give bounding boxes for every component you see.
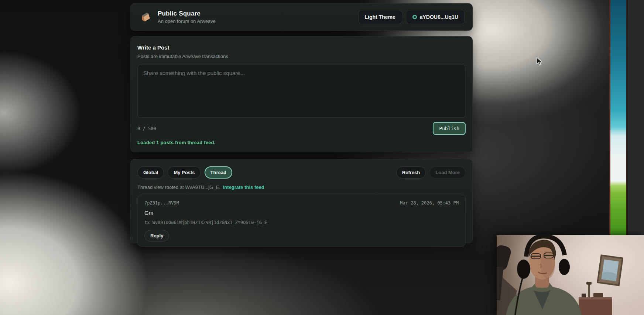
webcam-video	[497, 235, 644, 315]
screen-edge-column	[628, 0, 644, 235]
wallet-address: aYDOU6...Uq1U	[420, 14, 458, 20]
feed-actions: Refresh Load More	[396, 166, 466, 179]
feed-section: Global My Posts Thread Refresh Load More…	[130, 159, 473, 243]
compose-title: Write a Post	[137, 44, 466, 51]
picture-frame	[597, 255, 623, 285]
load-more-button[interactable]: Load More	[429, 166, 466, 179]
status-message: Loaded 1 posts from thread feed.	[137, 140, 466, 145]
desktop-wallpaper-strip	[610, 0, 627, 235]
tab-thread[interactable]: Thread	[205, 166, 232, 179]
feed-tabs: Global My Posts Thread	[137, 166, 232, 179]
wallet-status-icon	[412, 15, 417, 19]
mouse-cursor	[536, 57, 544, 68]
post-author: 7pZ31p...RV9M	[144, 200, 179, 206]
app-header: Public Square An open forum on Arweave L…	[130, 3, 473, 31]
compose-section: Write a Post Posts are immutable Arweave…	[130, 36, 473, 152]
char-counter: 0 / 500	[137, 126, 156, 131]
post-textarea[interactable]	[137, 65, 466, 118]
post-header: 7pZ31p...RV9M Mar 28, 2026, 05:43 PM	[144, 200, 459, 206]
post-content: Gm	[144, 210, 459, 216]
tab-my-posts[interactable]: My Posts	[168, 166, 201, 179]
compose-subtitle: Posts are immutable Arweave transactions	[137, 54, 466, 59]
feed-toolbar: Global My Posts Thread Refresh Load More	[137, 166, 466, 179]
compose-actions-row: 0 / 500 Publish	[137, 122, 466, 135]
cursor-arrow-icon	[536, 57, 544, 66]
brand-text: Public Square An open forum on Arweave	[158, 10, 216, 24]
publish-button[interactable]: Publish	[433, 122, 466, 135]
app-column: Public Square An open forum on Arweave L…	[130, 0, 473, 243]
post-timestamp: Mar 28, 2026, 05:43 PM	[400, 200, 459, 206]
thread-meta-text: Thread view rooted at WvA9TU...jG_E.	[137, 184, 220, 190]
app-logo-icon	[140, 10, 153, 24]
header-actions: Light Theme aYDOU6...Uq1U	[358, 10, 465, 24]
theme-toggle-button[interactable]: Light Theme	[358, 10, 402, 24]
integrate-feed-link[interactable]: Integrate this feed	[223, 184, 264, 190]
reply-button[interactable]: Reply	[144, 230, 169, 241]
post-card: 7pZ31p...RV9M Mar 28, 2026, 05:43 PM Gm …	[137, 195, 466, 247]
app-title: Public Square	[158, 10, 216, 17]
app-subtitle: An open forum on Arweave	[158, 18, 216, 24]
tab-global[interactable]: Global	[137, 166, 164, 179]
webcam-overlay	[497, 235, 644, 315]
post-tx-id: tx WvA9TUOw61Wjph1HZ1XZVRj1dZGNx1_ZY9OSL…	[144, 220, 459, 225]
brand: Public Square An open forum on Arweave	[140, 10, 216, 24]
refresh-button[interactable]: Refresh	[396, 166, 426, 179]
wallet-button[interactable]: aYDOU6...Uq1U	[406, 10, 465, 24]
thread-meta-row: Thread view rooted at WvA9TU...jG_E.Inte…	[137, 184, 466, 190]
